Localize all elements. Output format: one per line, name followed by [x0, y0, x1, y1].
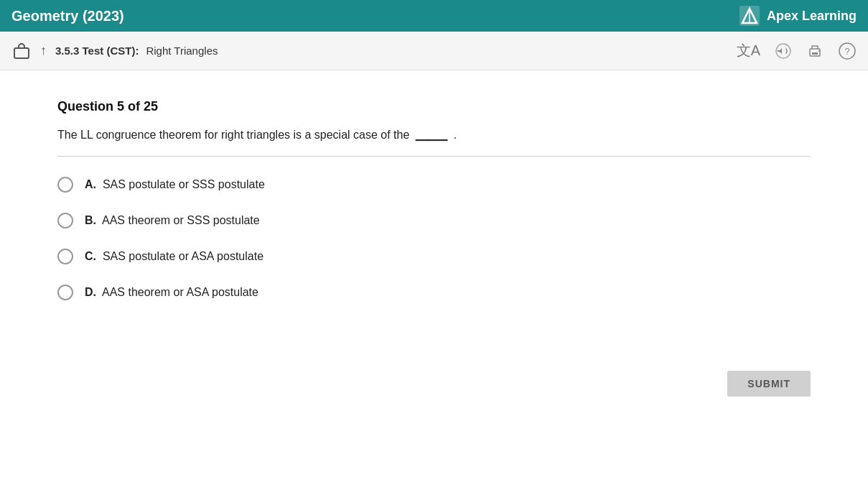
submit-button[interactable]: SUBMIT [727, 371, 811, 397]
svg-point-7 [818, 50, 820, 52]
answer-option-d[interactable]: D. AAS theorem or ASA postulate [57, 285, 811, 300]
translate-icon[interactable]: 文A [737, 41, 760, 60]
nav-left: ↑ 3.5.3 Test (CST): Right Triangles [11, 41, 218, 61]
apex-logo-text: Apex Learning [767, 9, 857, 24]
nav-bar: ↑ 3.5.3 Test (CST): Right Triangles 文A ? [0, 32, 868, 70]
main-content: Question 5 of 25 The LL congruence theor… [0, 70, 868, 349]
question-text: The LL congruence theorem for right tria… [57, 129, 811, 142]
question-text-before: The LL congruence theorem for right tria… [57, 129, 409, 141]
answer-label-c: C. SAS postulate or ASA postulate [85, 250, 263, 263]
radio-d[interactable] [57, 285, 73, 300]
question-header: Question 5 of 25 [57, 99, 811, 114]
breadcrumb-lesson: 3.5.3 Test (CST): [55, 45, 139, 57]
radio-c[interactable] [57, 249, 73, 264]
nav-right: 文A ? [737, 41, 857, 60]
svg-text:?: ? [844, 46, 849, 57]
breadcrumb-arrow: ↑ [40, 43, 47, 58]
breadcrumb: 3.5.3 Test (CST): Right Triangles [55, 45, 218, 57]
radio-b[interactable] [57, 213, 73, 228]
question-blank: _____ [416, 129, 448, 141]
briefcase-icon[interactable] [11, 41, 32, 61]
speaker-icon[interactable] [775, 42, 792, 60]
divider [57, 156, 811, 157]
apex-logo-icon [738, 4, 761, 27]
top-bar: Geometry (2023) Apex Learning [0, 0, 868, 32]
print-icon[interactable] [806, 42, 823, 60]
answer-option-a[interactable]: A. SAS postulate or SSS postulate [57, 177, 811, 193]
answer-option-b[interactable]: B. AAS theorem or SSS postulate [57, 213, 811, 228]
apex-logo: Apex Learning [738, 4, 857, 27]
answer-label-a: A. SAS postulate or SSS postulate [85, 178, 265, 191]
app-title: Geometry (2023) [11, 8, 124, 24]
breadcrumb-title: Right Triangles [146, 45, 218, 57]
answer-option-c[interactable]: C. SAS postulate or ASA postulate [57, 249, 811, 264]
radio-a[interactable] [57, 177, 73, 193]
answer-label-b: B. AAS theorem or SSS postulate [85, 214, 260, 227]
submit-area: SUBMIT [0, 356, 868, 397]
help-icon[interactable]: ? [838, 42, 857, 60]
question-text-after: . [454, 129, 457, 141]
svg-rect-3 [14, 48, 29, 58]
svg-rect-6 [812, 52, 818, 55]
answers-container: A. SAS postulate or SSS postulate B. AAS… [57, 177, 811, 300]
answer-label-d: D. AAS theorem or ASA postulate [85, 286, 258, 299]
